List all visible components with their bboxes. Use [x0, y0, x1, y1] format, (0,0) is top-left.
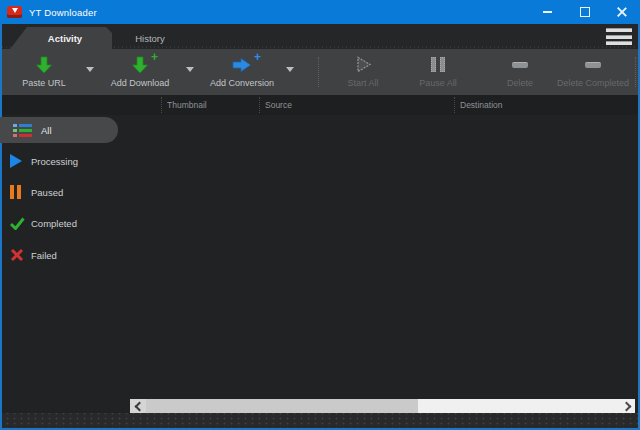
- green-down-arrow-icon: [35, 55, 53, 74]
- delete-button: Delete: [488, 54, 552, 91]
- paste-url-button[interactable]: Paste URL: [12, 54, 76, 91]
- maximize-icon: [580, 7, 590, 17]
- pause-all-button: Pause All: [403, 54, 473, 91]
- status-bar: [2, 413, 638, 428]
- app-icon: [7, 6, 22, 18]
- colored-list-icon: [13, 124, 32, 137]
- add-download-button[interactable]: + Add Download: [103, 54, 177, 91]
- window-title: YT Downloader: [29, 7, 97, 18]
- delete-label: Delete: [507, 78, 533, 88]
- toolbar-separator: [318, 57, 319, 87]
- sidebar-item-failed[interactable]: Failed: [10, 245, 57, 265]
- window-controls: [529, 0, 640, 24]
- sidebar-item-paused[interactable]: Paused: [10, 182, 63, 202]
- minimize-icon: [543, 11, 552, 13]
- column-header-source: Source: [265, 100, 292, 110]
- horizontal-scrollbar[interactable]: [130, 399, 635, 413]
- chevron-left-icon: [134, 401, 144, 411]
- add-conversion-button[interactable]: + Add Conversion: [203, 54, 281, 91]
- hamburger-menu-icon[interactable]: [606, 28, 632, 45]
- minus-icon: [585, 55, 601, 74]
- add-conversion-label: Add Conversion: [210, 78, 274, 88]
- blue-right-arrow-plus-icon: +: [232, 55, 252, 74]
- chevron-right-icon[interactable]: [622, 402, 632, 412]
- paste-url-dropdown-icon[interactable]: [86, 67, 94, 72]
- add-conversion-dropdown-icon[interactable]: [286, 67, 294, 72]
- sidebar-paused-label: Paused: [31, 187, 63, 198]
- check-icon: [10, 217, 25, 230]
- add-download-dropdown-icon[interactable]: [186, 67, 194, 72]
- sidebar-all-label: All: [41, 125, 52, 136]
- scroll-left-button[interactable]: [130, 399, 146, 413]
- tab-bar: Activity History: [2, 24, 638, 49]
- pause-all-label: Pause All: [419, 78, 457, 88]
- paste-url-label: Paste URL: [22, 78, 66, 88]
- start-all-button: Start All: [333, 54, 393, 91]
- start-all-label: Start All: [347, 78, 378, 88]
- green-down-arrow-plus-icon: +: [131, 55, 149, 74]
- maximize-button[interactable]: [566, 0, 603, 24]
- delete-completed-button: Delete Completed: [550, 54, 636, 91]
- minimize-button[interactable]: [529, 0, 566, 24]
- tab-activity-label: Activity: [48, 33, 82, 44]
- pause-icon: [10, 185, 25, 199]
- sidebar-item-processing[interactable]: Processing: [10, 151, 78, 171]
- sidebar-item-completed[interactable]: Completed: [10, 213, 77, 233]
- close-icon: [617, 7, 627, 17]
- sidebar-completed-label: Completed: [31, 218, 77, 229]
- toolbar: Paste URL + Add Download + Add Conversio…: [2, 49, 638, 95]
- sidebar-item-all[interactable]: All: [0, 117, 118, 143]
- close-button[interactable]: [603, 0, 640, 24]
- delete-completed-label: Delete Completed: [557, 78, 629, 88]
- tab-activity[interactable]: Activity: [10, 27, 112, 49]
- app-window: YT Downloader Activity History Paste URL: [0, 0, 640, 430]
- column-header-destination: Destination: [460, 100, 503, 110]
- add-download-label: Add Download: [111, 78, 170, 88]
- scrollbar-thumb[interactable]: [146, 399, 418, 413]
- pause-icon: [431, 55, 445, 74]
- minus-icon: [512, 55, 528, 74]
- window-border-left: [0, 24, 2, 430]
- tab-history[interactable]: History: [114, 27, 186, 49]
- titlebar: YT Downloader: [0, 0, 640, 24]
- list-header-row: Thumbnail Source Destination: [2, 95, 638, 115]
- play-outline-icon: [355, 55, 372, 74]
- tab-history-label: History: [135, 33, 165, 44]
- column-header-thumbnail: Thumbnail: [167, 100, 207, 110]
- play-icon: [10, 154, 25, 168]
- x-icon: [10, 248, 25, 262]
- sidebar-failed-label: Failed: [31, 250, 57, 261]
- scrollbar-track[interactable]: [418, 399, 635, 413]
- toolbar-separator: [635, 57, 636, 87]
- sidebar-processing-label: Processing: [31, 156, 78, 167]
